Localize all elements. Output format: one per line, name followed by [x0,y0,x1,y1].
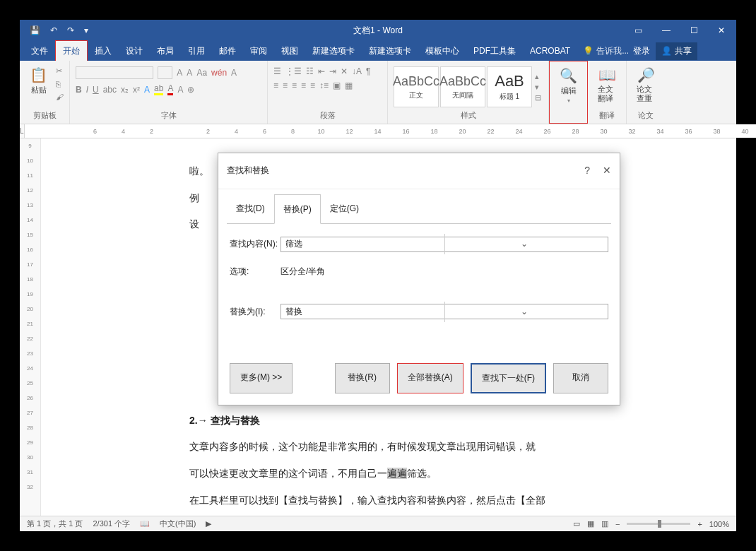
print-layout-icon[interactable]: ▦ [587,519,594,528]
tab-layout[interactable]: 布局 [150,41,181,61]
web-layout-icon[interactable]: ▥ [601,519,608,528]
bullets-icon[interactable]: ☰ [273,66,281,76]
tellme[interactable]: 💡告诉我... [583,45,629,57]
sort-icon[interactable]: ↓A [352,66,362,76]
distribute-icon[interactable]: ≡ [310,81,315,90]
grow-font-icon[interactable]: A [177,68,182,78]
style-normal[interactable]: AaBbCc正文 [394,66,439,107]
zoom-slider[interactable] [627,523,690,525]
replace-button[interactable]: 替换(R) [335,363,390,393]
styles-scroll-down-icon[interactable]: ▾ [535,83,541,92]
translate-button[interactable]: 📖 全文翻译 [593,64,620,106]
phonetic-icon[interactable]: wén [211,68,227,78]
tab-insert[interactable]: 插入 [88,41,119,61]
edit-button[interactable]: 🔍 编辑▾ [555,64,581,107]
numbering-icon[interactable]: ⋮☰ [285,66,302,76]
strikethrough-icon[interactable]: abc [103,85,117,95]
minimize-icon[interactable]: — [662,25,671,35]
redo-icon[interactable]: ↷ [67,25,74,35]
line-spacing-icon[interactable]: ↕≡ [319,81,329,90]
tab-references[interactable]: 引用 [181,41,212,61]
dialog-tab-goto[interactable]: 定位(G) [321,194,368,224]
indent-inc-icon[interactable]: ⇥ [329,66,336,76]
zoom-level[interactable]: 100% [709,520,729,528]
thesis-button[interactable]: 🔎 论文查重 [632,64,659,106]
shrink-font-icon[interactable]: A [187,68,192,78]
bold-icon[interactable]: B [76,85,82,95]
cancel-button[interactable]: 取消 [553,363,608,393]
replace-all-button[interactable]: 全部替换(A) [397,363,463,393]
tab-acrobat[interactable]: ACROBAT [523,42,577,60]
find-next-button[interactable]: 查找下一处(F) [471,363,546,393]
vertical-ruler[interactable]: 9101112131415161718192021222324252627282… [20,138,41,516]
tab-new2[interactable]: 新建选项卡 [362,41,418,61]
align-right-icon[interactable]: ≡ [292,81,297,90]
replace-input[interactable]: 替换⌄ [280,304,608,319]
change-case-icon[interactable]: Aa [196,68,207,78]
enclose-char-icon[interactable]: ⊕ [187,85,194,95]
undo-icon[interactable]: ↶ [50,25,57,35]
font-size-combo[interactable] [158,66,172,79]
login-button[interactable]: 登录 [633,45,650,57]
asian-layout-icon[interactable]: ✕ [341,66,348,76]
zoom-in-icon[interactable]: + [697,520,702,528]
cut-icon[interactable]: ✂ [56,66,64,76]
dropdown-icon[interactable]: ⌄ [444,234,604,254]
macro-icon[interactable]: ▶ [206,519,211,528]
font-name-combo[interactable] [76,66,153,79]
tab-review[interactable]: 审阅 [243,41,274,61]
char-border-icon[interactable]: A [231,68,237,78]
word-count[interactable]: 2/301 个字 [93,519,130,529]
shading-icon[interactable]: ▣ [333,81,341,90]
italic-icon[interactable]: I [86,85,88,95]
multilevel-icon[interactable]: ☷ [306,66,314,76]
document-page[interactable]: 啦。 例 设 2.→ 查找与替换 文章内容多的时候，这个功能是非常实用的，有时候… [41,138,736,516]
styles-more-icon[interactable]: ⊟ [535,93,541,102]
help-icon[interactable]: ? [584,159,590,183]
tab-view[interactable]: 视图 [274,41,305,61]
language-indicator[interactable]: 中文(中国) [160,519,196,529]
dialog-close-icon[interactable]: ✕ [603,159,611,183]
subscript-icon[interactable]: x₂ [121,85,129,95]
tab-mailings[interactable]: 邮件 [212,41,243,61]
spell-check-icon[interactable]: 📖 [140,519,150,528]
superscript-icon[interactable]: x² [133,85,140,95]
align-center-icon[interactable]: ≡ [283,81,288,90]
style-nospace[interactable]: AaBbCc无间隔 [440,66,485,107]
underline-icon[interactable]: U [93,85,99,95]
char-shading-icon[interactable]: A [177,85,183,95]
tab-new1[interactable]: 新建选项卡 [305,41,362,61]
justify-icon[interactable]: ≡ [301,81,306,90]
tab-design[interactable]: 设计 [119,41,150,61]
zoom-out-icon[interactable]: − [615,520,620,528]
horizontal-ruler[interactable]: L 64224681012141618202224262830323436384… [20,124,736,138]
dialog-tab-find[interactable]: 查找(D) [227,194,274,224]
format-painter-icon[interactable]: 🖌 [56,93,64,101]
tab-templates[interactable]: 模板中心 [418,41,466,61]
dialog-tab-replace[interactable]: 替换(P) [274,194,321,225]
qat-dropdown-icon[interactable]: ▾ [84,25,88,35]
tab-home[interactable]: 开始 [55,40,88,62]
borders-icon[interactable]: ▦ [345,81,353,90]
save-icon[interactable]: 💾 [30,25,40,35]
highlight-icon[interactable]: ab [154,83,163,95]
show-marks-icon[interactable]: ¶ [366,66,370,76]
font-color-icon[interactable]: A [167,83,173,95]
more-button[interactable]: 更多(M) >> [230,363,293,393]
maximize-icon[interactable]: ☐ [690,25,698,35]
ribbon-options-icon[interactable]: ▭ [634,25,642,35]
text-effects-icon[interactable]: A [144,85,150,95]
tab-pdf[interactable]: PDF工具集 [466,41,523,61]
styles-scroll-up-icon[interactable]: ▴ [535,72,541,81]
page-indicator[interactable]: 第 1 页，共 1 页 [27,519,83,529]
read-mode-icon[interactable]: ▭ [573,519,580,528]
dropdown-icon[interactable]: ⌄ [444,302,604,322]
align-left-icon[interactable]: ≡ [273,81,278,90]
copy-icon[interactable]: ⎘ [56,80,64,88]
tab-file[interactable]: 文件 [24,41,55,61]
paste-button[interactable]: 📋 粘贴 [25,64,52,98]
share-button[interactable]: 👤共享 [656,42,697,60]
style-heading1[interactable]: AaB标题 1 [487,66,532,107]
close-icon[interactable]: ✕ [718,25,725,35]
find-input[interactable]: 筛选⌄ [280,237,608,252]
